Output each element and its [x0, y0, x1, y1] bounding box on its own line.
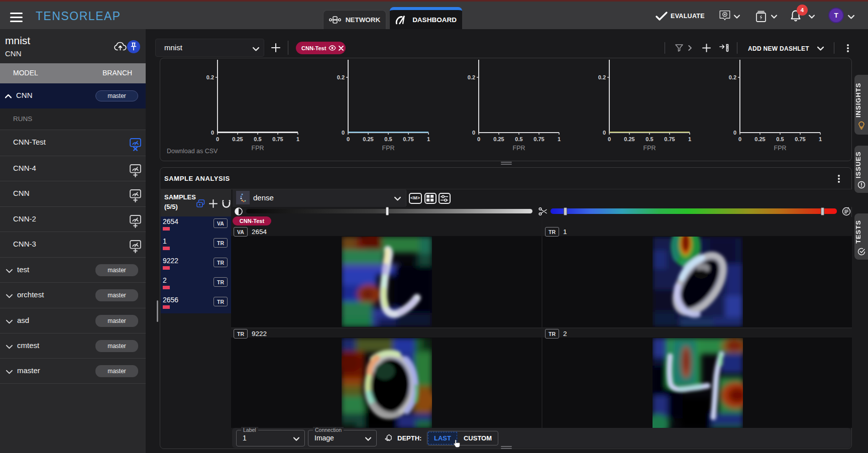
svg-text:0.75: 0.75: [795, 136, 805, 142]
svg-text:0.5: 0.5: [254, 136, 261, 142]
svg-text:0.75: 0.75: [272, 136, 283, 142]
svg-text:0.75: 0.75: [664, 136, 675, 142]
svg-text:FPR: FPR: [643, 145, 656, 152]
svg-text:0.25: 0.25: [232, 136, 243, 142]
svg-text:FPR: FPR: [382, 145, 395, 152]
svg-text:1: 1: [427, 136, 430, 142]
svg-text:FPR: FPR: [774, 145, 787, 152]
svg-text:0: 0: [472, 130, 475, 136]
svg-text:0.25: 0.25: [754, 136, 765, 142]
svg-text:0.2: 0.2: [337, 74, 345, 80]
svg-text:0: 0: [608, 136, 611, 142]
svg-text:0.75: 0.75: [533, 136, 544, 142]
svg-text:0: 0: [211, 130, 214, 136]
svg-text:0: 0: [738, 136, 741, 142]
svg-text:0.25: 0.25: [624, 136, 634, 142]
svg-text:0.75: 0.75: [403, 136, 413, 142]
svg-text:0.2: 0.2: [468, 74, 475, 80]
svg-text:0.5: 0.5: [776, 136, 784, 142]
svg-text:0.2: 0.2: [206, 74, 214, 80]
svg-text:0.2: 0.2: [729, 74, 736, 80]
svg-text:0.5: 0.5: [645, 136, 653, 142]
svg-text:0.25: 0.25: [493, 136, 504, 142]
svg-text:0: 0: [733, 130, 736, 136]
svg-text:1: 1: [688, 136, 691, 142]
svg-text:1: 1: [819, 136, 822, 142]
svg-text:FPR: FPR: [252, 145, 264, 152]
svg-text:0: 0: [216, 136, 219, 142]
svg-text:FPR: FPR: [513, 145, 525, 152]
svg-text:0: 0: [603, 130, 606, 136]
svg-text:0: 0: [342, 130, 345, 136]
svg-text:0.5: 0.5: [384, 136, 392, 142]
svg-text:0.5: 0.5: [515, 136, 522, 142]
svg-text:0: 0: [477, 136, 480, 142]
svg-text:1: 1: [296, 136, 299, 142]
svg-text:0.2: 0.2: [598, 74, 606, 80]
svg-text:0.25: 0.25: [363, 136, 373, 142]
svg-text:1: 1: [558, 136, 561, 142]
svg-text:0: 0: [347, 136, 350, 142]
